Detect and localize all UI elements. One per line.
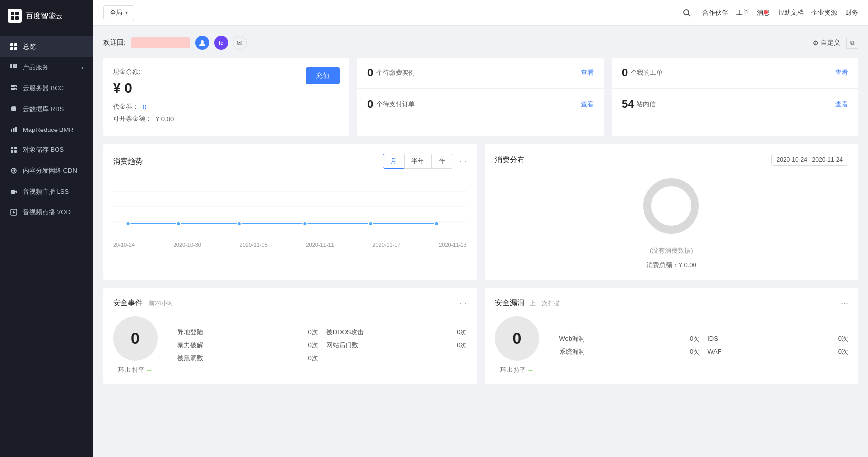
sidebar-item-rds[interactable]: 云数据库 RDS (0, 99, 93, 120)
trend-arrow-icon: → (146, 367, 152, 374)
cash-label: 现金余额: (113, 67, 141, 76)
sidebar-item-label-rds: 云数据库 RDS (23, 105, 64, 114)
customize-button[interactable]: ⚙ 自定义 (813, 38, 840, 47)
vuln-label-1: IDS (707, 335, 718, 342)
security-events-count: 0 (131, 329, 140, 348)
xaxis-5: 2020-11-23 (439, 242, 466, 248)
finance-card: 现金余额: ¥ 0 充值 代金券： 0 可开票金额： ¥ 0.00 (103, 58, 349, 136)
help-link[interactable]: 帮助文档 (778, 8, 804, 17)
storage-icon (10, 146, 18, 154)
sidebar-item-vod[interactable]: 音视频点播 VOD (0, 202, 93, 223)
security-vuln-subtitle: 上一次扫描 (530, 300, 560, 307)
pending-orders-link[interactable]: 查看 (581, 100, 594, 109)
svg-point-40 (303, 222, 307, 226)
sidebar-item-label-cdn: 内容分发网络 CDN (23, 166, 77, 175)
svg-point-38 (176, 222, 180, 226)
security-events-more[interactable]: ··· (459, 298, 466, 308)
distribution-card: 消费分布 2020-10-24 - 2020-11-24 (没有消费数据) 消费… (485, 144, 859, 280)
security-events-subtitle: 前24小时 (149, 300, 173, 307)
sidebar-item-label-bcc: 云服务器 BCC (23, 84, 64, 93)
svg-rect-3 (15, 16, 19, 20)
sidebar-item-bmr[interactable]: MapReduce BMR (0, 120, 93, 139)
stat-val-3: 0次 (457, 341, 466, 350)
stat-label-4: 被黑洞数 (177, 354, 203, 363)
trend-tab-month[interactable]: 月 (383, 154, 404, 169)
video-icon (10, 188, 18, 196)
trend-xaxis: 20-10-24 2020-10-30 2020-11-05 2020-11-1… (113, 242, 467, 248)
user-avatar-purple[interactable]: Ie (214, 36, 228, 50)
sidebar-item-label-bos: 对象储存 BOS (23, 145, 64, 154)
dist-title: 消费分布 (495, 155, 524, 165)
voucher-row: 代金券： 0 (113, 102, 340, 111)
svg-rect-1 (15, 12, 19, 15)
user-avatar-blue[interactable] (195, 36, 209, 50)
security-stat-2: 暴力破解 0次 (177, 341, 318, 350)
arrow-right-icon: › (81, 64, 83, 71)
trend-tab-halfyear[interactable]: 半年 (404, 154, 432, 169)
vuln-stat-1: IDS 0次 (707, 334, 848, 343)
security-row: 安全事件 前24小时 ··· 0 环比 持平 → (103, 288, 858, 384)
voucher-amount: 0 (143, 103, 146, 111)
finance-link[interactable]: 财务 (845, 8, 858, 17)
enterprise-link[interactable]: 企业资源 (811, 8, 837, 17)
dist-body: (没有消费数据) 消费总额：¥ 0.00 (495, 174, 849, 270)
security-vuln-more[interactable]: ··· (841, 298, 848, 308)
vuln-stat-2: 系统漏洞 0次 (559, 347, 700, 356)
vuln-label-0: Web漏洞 (559, 334, 585, 343)
svg-marker-30 (13, 211, 16, 214)
svg-rect-22 (11, 147, 13, 149)
my-orders-link[interactable]: 查看 (835, 68, 848, 77)
email-icon[interactable]: ✉ (233, 36, 247, 50)
svg-point-17 (15, 89, 16, 90)
security-events-title: 安全事件 (113, 298, 143, 307)
svg-point-41 (369, 222, 373, 226)
sidebar-item-lss[interactable]: 音视频直播 LSS (0, 181, 93, 202)
security-vuln-trend: 环比 持平 → (500, 366, 533, 374)
grid-icon (10, 43, 18, 51)
security-vuln-circle: 0 (495, 316, 539, 361)
trend-more-icon[interactable]: ··· (459, 156, 466, 167)
pending-instances-count: 0 (367, 66, 373, 79)
message-link[interactable]: 消息 (757, 8, 770, 17)
dist-no-data: (没有消费数据) (650, 246, 693, 255)
security-events-body: 0 环比 持平 → 异地登陆 0次 被DDOS攻击 (113, 316, 467, 374)
vuln-stat-3: WAF 0次 (707, 347, 848, 356)
server-icon (10, 84, 18, 92)
svg-rect-9 (13, 64, 15, 66)
pending-orders-label: 个待支付订单 (376, 100, 415, 109)
database-icon (10, 105, 18, 113)
vuln-trend-arrow-icon: → (527, 367, 533, 374)
invoice-amount: ¥ 0.00 (156, 115, 174, 123)
trend-tab-year[interactable]: 年 (432, 154, 453, 169)
vuln-val-2: 0次 (690, 347, 699, 356)
sidebar-item-label-overview: 总览 (23, 42, 36, 51)
settings-icon: ⚙ (813, 39, 819, 47)
region-selector[interactable]: 全局 ▾ (103, 5, 134, 20)
security-events-circle: 0 (113, 316, 158, 361)
sidebar-item-products[interactable]: 产品服务 › (0, 57, 93, 78)
site-messages-link[interactable]: 查看 (835, 100, 848, 109)
security-vuln-count: 0 (513, 329, 521, 348)
recharge-button[interactable]: 充值 (306, 67, 340, 84)
sidebar-item-bcc[interactable]: 云服务器 BCC (0, 78, 93, 99)
sidebar-item-overview[interactable]: 总览 (0, 36, 93, 57)
svg-rect-24 (11, 150, 13, 153)
dist-date-picker[interactable]: 2020-10-24 - 2020-11-24 (771, 154, 848, 166)
copy-button[interactable]: ⧉ (846, 37, 858, 49)
pending-instances-link[interactable]: 查看 (581, 68, 594, 77)
svg-rect-21 (15, 127, 17, 132)
sidebar-item-cdn[interactable]: 内容分发网络 CDN (0, 160, 93, 181)
customize-label: 自定义 (821, 38, 840, 47)
svg-point-16 (15, 86, 16, 87)
cash-amount: ¥ 0 (113, 80, 141, 96)
sidebar-item-bos[interactable]: 对象储存 BOS (0, 139, 93, 160)
svg-point-39 (237, 222, 241, 226)
order-link[interactable]: 工单 (736, 8, 749, 17)
search-icon[interactable] (679, 5, 694, 21)
cdn-icon (10, 167, 18, 175)
partner-link[interactable]: 合作伙伴 (702, 8, 728, 17)
stat-val-1: 0次 (457, 328, 466, 337)
svg-rect-28 (11, 190, 15, 194)
pending-instances-item: 0 个待缴费实例 查看 (357, 58, 604, 89)
security-vuln-title: 安全漏洞 (495, 298, 524, 307)
